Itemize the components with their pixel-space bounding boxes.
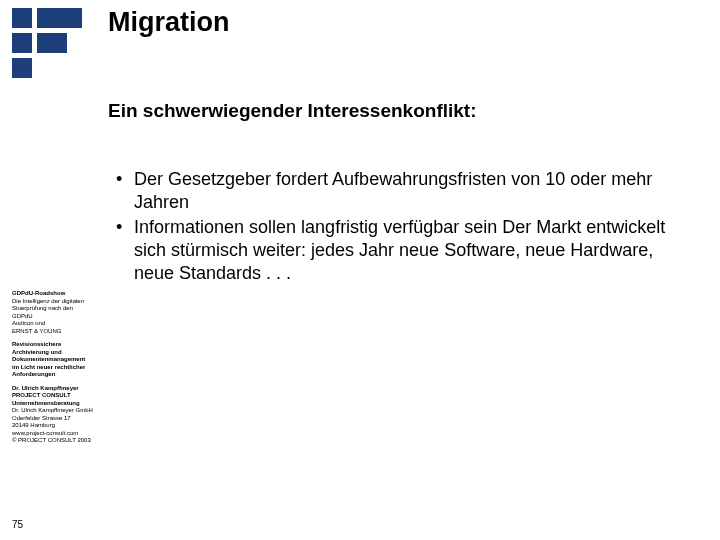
sidebar-block-1: GDPdU-Roadshow Die Intelligenz der digit… — [12, 290, 102, 335]
svg-rect-3 — [37, 33, 67, 53]
logo-icon — [12, 8, 82, 78]
svg-rect-2 — [12, 33, 32, 53]
sidebar-line: www.project-consult.com — [12, 430, 102, 438]
slide-number: 75 — [12, 519, 23, 530]
sidebar-line: Dr. Ulrich Kampffmeyer GmbH — [12, 407, 102, 415]
sidebar-line: © PROJECT CONSULT 2003 — [12, 437, 102, 445]
sidebar-line: Archivierung und — [12, 349, 102, 357]
slide: Migration Ein schwerwiegender Interessen… — [0, 0, 720, 540]
sidebar-line: Dr. Ulrich Kampffmeyer — [12, 385, 102, 393]
bullet-item: Informationen sollen langfristig verfügb… — [108, 216, 698, 285]
page-title: Migration — [108, 7, 230, 38]
sidebar-line: ERNST & YOUNG — [12, 328, 102, 336]
sidebar-line: 20149 Hamburg — [12, 422, 102, 430]
sidebar-line: Unternehmensberatung — [12, 400, 102, 408]
sidebar-meta: GDPdU-Roadshow Die Intelligenz der digit… — [12, 290, 102, 451]
sidebar-line: Revisionssichere — [12, 341, 102, 349]
sidebar-line: PROJECT CONSULT — [12, 392, 102, 400]
svg-rect-4 — [12, 58, 32, 78]
sidebar-block-3: Dr. Ulrich Kampffmeyer PROJECT CONSULT U… — [12, 385, 102, 445]
body-content: Der Gesetzgeber fordert Aufbewahrungsfri… — [108, 168, 698, 287]
svg-rect-0 — [12, 8, 32, 28]
sidebar-line: Die Intelligenz der digitalen — [12, 298, 102, 306]
sidebar-block-2: Revisionssichere Archivierung und Dokume… — [12, 341, 102, 379]
sidebar-line: Anforderungen — [12, 371, 102, 379]
sidebar-line: Oderfelder Strasse 17 — [12, 415, 102, 423]
sidebar-line: Audicon und — [12, 320, 102, 328]
sidebar-line: Dokumentenmanagement — [12, 356, 102, 364]
sidebar-line: Stuerprüfung nach den — [12, 305, 102, 313]
bullet-item: Der Gesetzgeber fordert Aufbewahrungsfri… — [108, 168, 698, 214]
sidebar-line: im Licht neuer rechtlicher — [12, 364, 102, 372]
sidebar-line: GDPdU-Roadshow — [12, 290, 102, 298]
company-logo — [12, 8, 82, 78]
sidebar-line: GDPdU — [12, 313, 102, 321]
bullet-list: Der Gesetzgeber fordert Aufbewahrungsfri… — [108, 168, 698, 285]
page-subtitle: Ein schwerwiegender Interessenkonflikt: — [108, 100, 477, 122]
svg-rect-1 — [37, 8, 82, 28]
